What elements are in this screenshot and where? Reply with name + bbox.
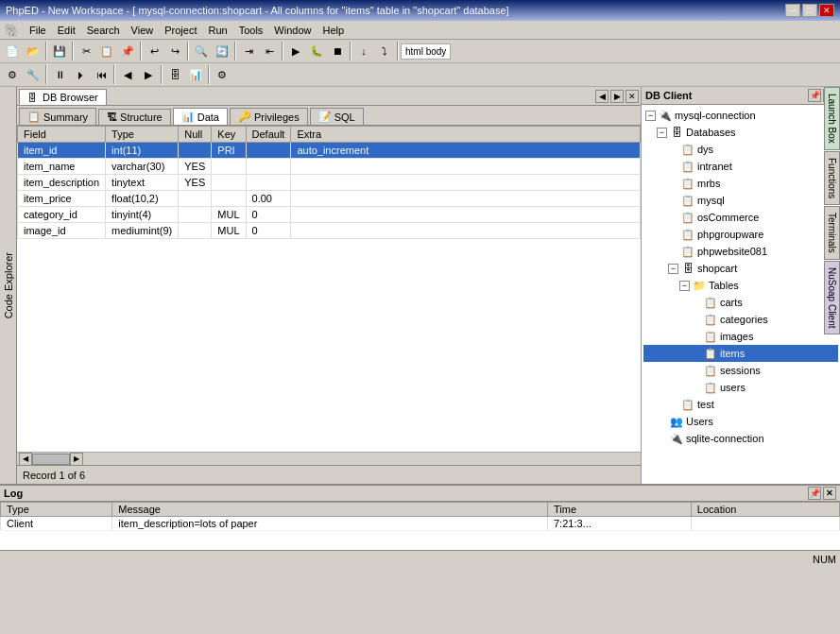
tree-item[interactable]: 📋mysql: [643, 192, 838, 209]
tree-item[interactable]: 📋intranet: [643, 158, 838, 175]
col-key[interactable]: Key: [212, 127, 246, 143]
tree-expand-btn[interactable]: −: [679, 281, 690, 291]
table-row[interactable]: category_idtinyint(4)MUL0: [18, 207, 641, 223]
tree-item[interactable]: −📁Tables: [643, 277, 838, 294]
replace-btn[interactable]: 🔄: [212, 41, 232, 61]
close-button[interactable]: ✕: [819, 4, 834, 17]
continue-btn[interactable]: ⏵: [70, 64, 91, 85]
tree-item[interactable]: −🗄shopcart: [643, 260, 838, 277]
settings-btn[interactable]: ⚙: [212, 64, 232, 85]
tree-item[interactable]: 📋phpgroupware: [643, 226, 838, 243]
col-null[interactable]: Null: [179, 127, 212, 143]
restart-btn[interactable]: ⏮: [91, 64, 111, 85]
tree-expand-btn[interactable]: −: [657, 128, 667, 138]
log-col-time[interactable]: Time: [548, 503, 692, 517]
tree-item[interactable]: 📋phpwebsite081: [643, 243, 838, 260]
menu-run[interactable]: Run: [202, 23, 232, 38]
code-explorer-tab[interactable]: Code Explorer: [1, 248, 16, 322]
menu-view[interactable]: View: [126, 23, 160, 38]
cut-btn[interactable]: ✂: [76, 41, 96, 61]
menu-file[interactable]: File: [24, 23, 52, 38]
log-col-location[interactable]: Location: [691, 503, 839, 517]
indent-btn[interactable]: ⇥: [238, 41, 259, 61]
tree-expand-btn[interactable]: −: [645, 111, 656, 121]
menu-search[interactable]: Search: [81, 23, 126, 38]
tab-next-btn[interactable]: ▶: [610, 90, 624, 103]
new-btn[interactable]: 📄: [2, 41, 23, 61]
tab-close-btn[interactable]: ✕: [626, 90, 639, 103]
menu-tools[interactable]: Tools: [233, 23, 269, 38]
minimize-button[interactable]: ─: [785, 4, 800, 17]
tab-summary[interactable]: 📋 Summary: [19, 108, 96, 125]
debug-btn[interactable]: 🐛: [306, 41, 327, 61]
step-over-btn[interactable]: ⤵: [374, 41, 395, 61]
menu-project[interactable]: Project: [159, 23, 202, 38]
col-type[interactable]: Type: [106, 127, 179, 143]
tab-db-browser[interactable]: 🗄 DB Browser: [19, 89, 107, 105]
table-row[interactable]: item_descriptiontinytextYES: [18, 175, 641, 191]
scroll-right-btn[interactable]: ▶: [70, 453, 83, 466]
col-field[interactable]: Field: [18, 127, 106, 143]
back-btn[interactable]: ◀: [117, 64, 138, 85]
menu-edit[interactable]: Edit: [52, 23, 81, 38]
table-row[interactable]: item_idint(11)PRIauto_increment: [18, 143, 641, 159]
undo-btn[interactable]: ↩: [144, 41, 164, 61]
pause-btn[interactable]: ⏸: [49, 64, 70, 85]
tree-item[interactable]: 📋carts: [643, 294, 838, 311]
save-btn[interactable]: 💾: [49, 41, 70, 61]
col-default[interactable]: Default: [246, 127, 291, 143]
table-row[interactable]: item_pricefloat(10,2)0.00: [18, 191, 641, 207]
maximize-button[interactable]: □: [802, 4, 817, 17]
tree-item[interactable]: 🔌sqlite-connection: [643, 430, 838, 447]
tab-privileges[interactable]: 🔑 Privileges: [230, 108, 308, 125]
col-extra[interactable]: Extra: [291, 127, 641, 143]
h-scrollbar[interactable]: ◀ ▶: [17, 452, 641, 465]
run-btn[interactable]: ▶: [285, 41, 306, 61]
terminals-tab[interactable]: Terminals: [824, 206, 840, 260]
open-btn[interactable]: 📂: [23, 41, 43, 61]
db-query-btn[interactable]: 📊: [185, 64, 206, 85]
db-client-pin-btn[interactable]: 📌: [808, 89, 821, 102]
tree-item[interactable]: 📋items: [643, 345, 838, 362]
tree-item[interactable]: −🔌mysql-connection: [643, 107, 838, 124]
stop-btn[interactable]: ⏹: [327, 41, 348, 61]
tb2-btn1[interactable]: ⚙: [2, 64, 23, 85]
log-pin-btn[interactable]: 📌: [808, 487, 821, 500]
tree-item[interactable]: 📋test: [643, 396, 838, 413]
step-btn[interactable]: ↓: [353, 41, 374, 61]
log-col-message[interactable]: Message: [112, 503, 548, 517]
scroll-thumb-h[interactable]: [32, 454, 70, 465]
tree-item[interactable]: 📋images: [643, 328, 838, 345]
tree-item[interactable]: 📋categories: [643, 311, 838, 328]
tab-data[interactable]: 📊 Data: [173, 108, 228, 125]
log-col-type[interactable]: Type: [1, 503, 112, 517]
copy-btn[interactable]: 📋: [96, 41, 117, 61]
tab-prev-btn[interactable]: ◀: [595, 90, 609, 103]
table-row[interactable]: item_namevarchar(30)YES: [18, 159, 641, 175]
tree-item[interactable]: 📋sessions: [643, 362, 838, 379]
scroll-left-btn[interactable]: ◀: [19, 453, 32, 466]
db-connect-btn[interactable]: 🗄: [164, 64, 185, 85]
launch-box-tab[interactable]: Launch Box: [824, 87, 840, 150]
log-close-btn[interactable]: ✕: [823, 487, 836, 500]
tab-structure[interactable]: 🏗 Structure: [98, 109, 171, 125]
tree-expand-btn[interactable]: −: [668, 264, 678, 274]
paste-btn[interactable]: 📌: [117, 41, 138, 61]
nusoap-client-tab[interactable]: NuSoap Client: [824, 261, 840, 334]
tree-item[interactable]: 📋osCommerce: [643, 209, 838, 226]
tree-item[interactable]: 📋mrbs: [643, 175, 838, 192]
outdent-btn[interactable]: ⇤: [259, 41, 280, 61]
search-btn[interactable]: 🔍: [191, 41, 212, 61]
fwd-btn[interactable]: ▶: [138, 64, 159, 85]
redo-btn[interactable]: ↪: [164, 41, 185, 61]
tab-sql[interactable]: 📝 SQL: [310, 108, 364, 125]
tree-item[interactable]: 👥Users: [643, 413, 838, 430]
tree-item[interactable]: 📋users: [643, 379, 838, 396]
menu-window[interactable]: Window: [268, 23, 317, 38]
tree-item[interactable]: −🗄Databases: [643, 124, 838, 141]
tb2-btn2[interactable]: 🔧: [23, 64, 43, 85]
tree-item[interactable]: 📋dys: [643, 141, 838, 158]
functions-tab[interactable]: Functions: [824, 151, 840, 205]
table-row[interactable]: image_idmediumint(9)MUL0: [18, 223, 641, 239]
menu-help[interactable]: Help: [317, 23, 350, 38]
